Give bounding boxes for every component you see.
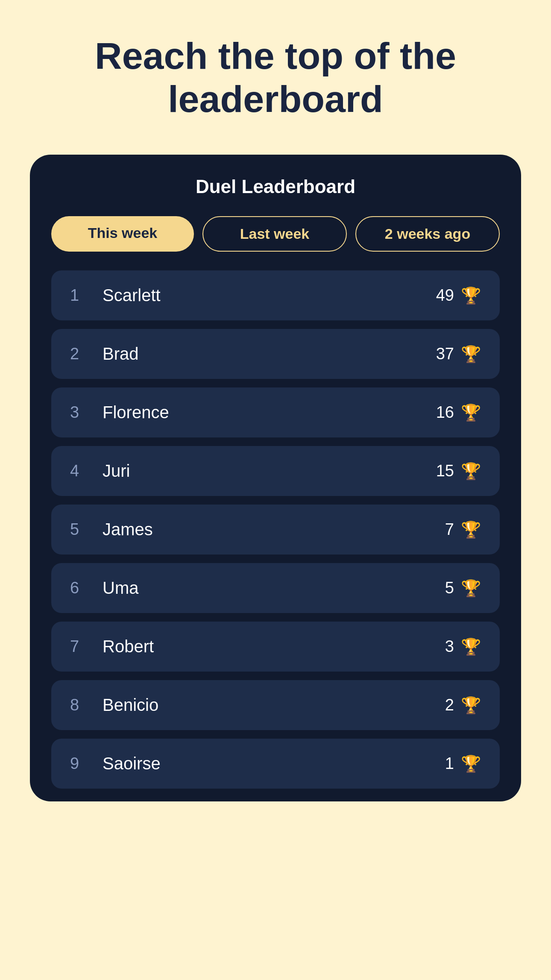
page-title: Reach the top of the leaderboard [26,34,525,120]
player-score: 49 [436,286,454,305]
trophy-icon: 🏆 [461,403,481,422]
player-name: Saoirse [103,754,161,773]
trophy-icon: 🏆 [461,637,481,656]
player-score: 37 [436,345,454,363]
player-name: Robert [103,637,154,656]
table-row: 4Juri15🏆 [51,446,500,496]
player-name: Juri [103,461,130,481]
player-name: Florence [103,403,169,422]
player-name: Benicio [103,695,158,715]
trophy-icon: 🏆 [461,520,481,539]
table-row: 5James7🏆 [51,505,500,555]
rank-number: 2 [70,345,87,363]
trophy-icon: 🏆 [461,754,481,773]
rank-number: 8 [70,696,87,714]
player-score: 2 [445,696,454,714]
table-row: 3Florence16🏆 [51,387,500,437]
rank-number: 4 [70,462,87,480]
leaderboard-title: Duel Leaderboard [51,176,500,197]
player-score: 1 [445,754,454,773]
trophy-icon: 🏆 [461,579,481,598]
player-name: Scarlett [103,286,161,305]
leaderboard-list: 1Scarlett49🏆2Brad37🏆3Florence16🏆4Juri15🏆… [51,270,500,789]
player-score: 16 [436,403,454,422]
table-row: 8Benicio2🏆 [51,680,500,730]
player-score: 5 [445,579,454,597]
trophy-icon: 🏆 [461,286,481,305]
tab-last-week[interactable]: Last week [202,216,347,252]
rank-number: 7 [70,637,87,656]
player-score: 3 [445,637,454,656]
leaderboard-card: Duel Leaderboard This week Last week 2 w… [30,155,521,801]
table-row: 6Uma5🏆 [51,563,500,613]
trophy-icon: 🏆 [461,696,481,715]
player-name: Uma [103,578,138,598]
table-row: 2Brad37🏆 [51,329,500,379]
tab-this-week[interactable]: This week [51,216,194,252]
table-row: 7Robert3🏆 [51,622,500,672]
rank-number: 5 [70,520,87,539]
table-row: 9Saoirse1🏆 [51,739,500,789]
player-score: 7 [445,520,454,539]
player-name: Brad [103,344,139,364]
trophy-icon: 🏆 [461,345,481,364]
rank-number: 9 [70,754,87,773]
player-name: James [103,520,153,539]
tab-two-weeks-ago[interactable]: 2 weeks ago [355,216,500,252]
rank-number: 6 [70,579,87,597]
player-score: 15 [436,462,454,480]
rank-number: 1 [70,286,87,305]
rank-number: 3 [70,403,87,422]
table-row: 1Scarlett49🏆 [51,270,500,320]
trophy-icon: 🏆 [461,462,481,481]
time-period-tabs: This week Last week 2 weeks ago [51,216,500,252]
